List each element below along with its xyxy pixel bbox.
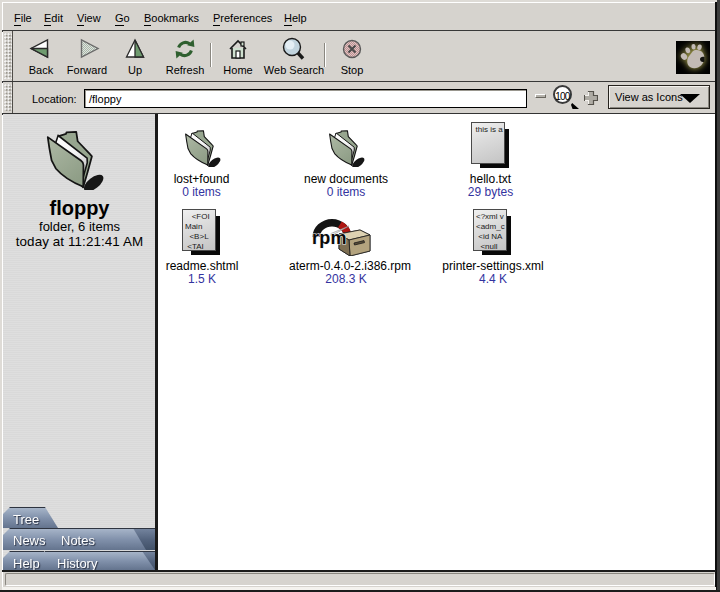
svg-text:rpm: rpm [312,228,347,248]
